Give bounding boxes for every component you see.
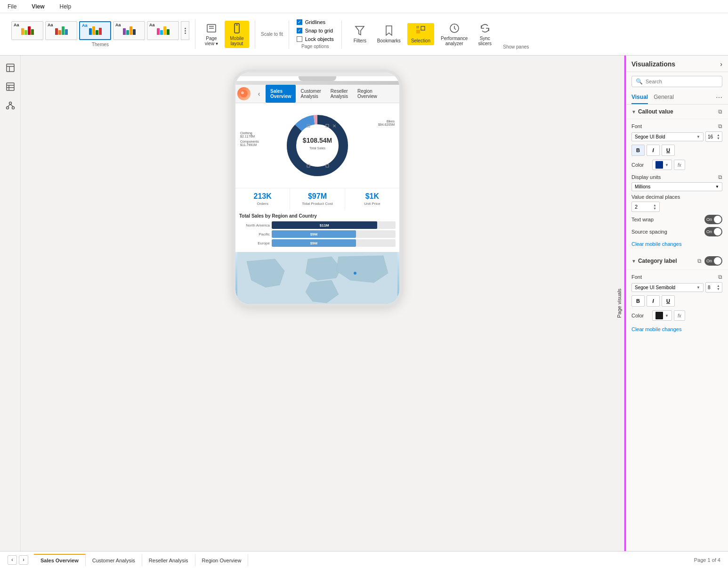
themes-label: Themes — [92, 42, 109, 47]
svg-text:$108.54M: $108.54M — [303, 137, 332, 144]
callout-chevron-icon: ▼ — [631, 109, 636, 114]
cat-fx-button[interactable]: fx — [674, 310, 685, 321]
mobile-layout-icon — [231, 23, 243, 34]
cat-color-arrow[interactable]: ▼ — [665, 314, 669, 318]
themes-row: Aa Aa Aa — [11, 21, 189, 40]
gridlines-checkbox[interactable]: ✓ Gridlines — [297, 19, 334, 25]
display-units-copy[interactable]: ⧉ — [718, 174, 722, 180]
color-dropdown-arrow[interactable]: ▼ — [665, 163, 669, 167]
page-tab-region[interactable]: Region Overview — [195, 554, 249, 566]
svg-rect-14 — [7, 83, 14, 90]
page-next-button[interactable]: › — [19, 555, 28, 565]
mobile-tab-region[interactable]: RegionOverview — [353, 85, 382, 103]
mobile-tab-customer[interactable]: CustomerAnalysis — [296, 85, 325, 103]
cat-font-size-input[interactable]: 8 ▲ ▼ — [705, 282, 722, 292]
text-wrap-toggle[interactable]: On — [704, 215, 722, 224]
page-tab-sales[interactable]: Sales Overview — [34, 554, 86, 566]
data-view-icon[interactable] — [2, 78, 19, 95]
page-view-label: Pageview ▾ — [205, 36, 218, 46]
callout-value-content: Font ⧉ Segoe UI Bold ▼ 16 ▲ ▼ B I — [626, 119, 728, 252]
page-prev-button[interactable]: ‹ — [8, 555, 17, 565]
underline-button[interactable]: U — [662, 145, 675, 156]
fx-button[interactable]: fx — [674, 160, 685, 170]
sync-icon — [479, 23, 491, 34]
snap-checkbox[interactable]: ✓ Snap to grid — [297, 28, 334, 33]
cat-font-copy[interactable]: ⧉ — [718, 274, 722, 280]
theme-item-4[interactable]: Aa — [113, 21, 145, 40]
theme-item-3[interactable]: Aa — [79, 21, 111, 40]
menu-file[interactable]: File — [5, 2, 19, 11]
callout-copy-icon[interactable]: ⧉ — [718, 108, 722, 115]
selection-button[interactable]: Selection — [407, 23, 434, 45]
lock-checkbox[interactable]: Lock objects — [297, 36, 334, 42]
mobile-tab-sales[interactable]: SalesOverview — [266, 85, 296, 103]
format-row: B I U — [631, 145, 722, 156]
mobile-layout-button[interactable]: Mobilelayout — [225, 21, 249, 48]
decimal-input[interactable]: 2 ▲ ▼ — [631, 202, 660, 212]
sync-slicers-button[interactable]: Sync slicers — [474, 21, 495, 48]
model-view-icon[interactable] — [2, 97, 19, 114]
source-spacing-knob — [714, 228, 721, 235]
bookmarks-button[interactable]: Bookmarks — [373, 23, 404, 45]
filters-button[interactable]: Filters — [349, 23, 371, 45]
search-input[interactable] — [646, 79, 718, 84]
page-tab-customer[interactable]: Customer Analysis — [86, 554, 142, 566]
cat-underline-button[interactable]: U — [662, 295, 675, 307]
viz-expand-icon[interactable]: › — [720, 60, 722, 68]
cat-font-family-select[interactable]: Segoe UI Semibold ▼ — [631, 283, 704, 292]
viz-more-icon[interactable]: ⋯ — [716, 94, 722, 101]
mobile-logo — [237, 87, 251, 100]
bar-chart-section: Total Sales by Region and Country North … — [235, 210, 399, 252]
tab-general[interactable]: General — [654, 91, 674, 104]
category-clear-link[interactable]: Clear mobile changes — [631, 325, 722, 334]
status-nav: ‹ › — [8, 555, 28, 565]
bar-row-pac: Pacific $9M — [239, 230, 396, 238]
theme-item-2[interactable]: Aa — [45, 21, 77, 40]
search-icon: 🔍 — [636, 78, 643, 85]
italic-button[interactable]: I — [647, 145, 660, 156]
bold-button[interactable]: B — [631, 145, 645, 156]
cat-color-swatch-picker[interactable]: ▼ — [652, 310, 672, 321]
cat-bold-button[interactable]: B — [631, 295, 645, 307]
tab-visual[interactable]: Visual — [631, 91, 648, 104]
font-family-select[interactable]: Segoe UI Bold ▼ — [631, 132, 704, 141]
color-swatch-picker[interactable]: ▼ — [652, 160, 672, 170]
mobile-nav-prev[interactable]: ‹ — [252, 86, 266, 101]
page-info: Page 1 of 4 — [694, 557, 720, 563]
donut-label-clothing: Clothing $2.1176M Components $11.7991M — [240, 131, 259, 146]
page-view-icon — [206, 23, 217, 34]
category-label-header[interactable]: ▼ Category label ⧉ On — [626, 252, 728, 270]
cat-italic-button[interactable]: I — [647, 295, 660, 307]
theme-item-1[interactable]: Aa — [11, 21, 43, 40]
callout-value-header[interactable]: ▼ Callout value ⧉ — [626, 105, 728, 119]
font-select-chevron: ▼ — [696, 135, 700, 139]
performance-button[interactable]: Performance analyzer — [437, 21, 471, 48]
kpi-orders: 213K Orders — [235, 188, 290, 210]
display-units-dropdown[interactable]: Millions ▼ — [631, 182, 722, 191]
kpi-unit-price: $1K Unit Price — [345, 188, 399, 210]
theme-item-5[interactable]: Aa — [147, 21, 179, 40]
decimal-arrows[interactable]: ▲ ▼ — [653, 203, 656, 210]
menu-view[interactable]: View — [29, 2, 47, 11]
menu-help[interactable]: Help — [57, 2, 74, 11]
font-size-input[interactable]: 16 ▲ ▼ — [705, 131, 722, 142]
category-copy-icon[interactable]: ⧉ — [697, 258, 702, 264]
category-label-toggle[interactable]: On — [704, 256, 722, 266]
svg-point-23 — [240, 90, 248, 97]
svg-line-21 — [8, 105, 10, 107]
mobile-notch — [299, 76, 336, 81]
themes-more-button[interactable] — [181, 21, 189, 40]
svg-line-22 — [10, 105, 13, 107]
category-chevron: ▼ — [631, 259, 636, 264]
source-spacing-toggle[interactable]: On — [704, 227, 722, 236]
callout-clear-link[interactable]: Clear mobile changes — [631, 239, 722, 249]
page-view-button[interactable]: Pageview ▾ — [199, 21, 224, 48]
report-view-icon[interactable] — [2, 59, 19, 76]
page-tab-reseller[interactable]: Reseller Analysis — [142, 554, 195, 566]
font-size-arrows[interactable]: ▲ ▼ — [717, 133, 720, 140]
text-wrap-row: Text wrap On — [631, 215, 722, 224]
font-copy-icon[interactable]: ⧉ — [718, 123, 722, 130]
cat-size-arrows[interactable]: ▲ ▼ — [717, 284, 720, 291]
page-visuals-label[interactable]: Page visuals — [614, 56, 624, 551]
mobile-tab-reseller[interactable]: ResellerAnalysis — [326, 85, 353, 103]
